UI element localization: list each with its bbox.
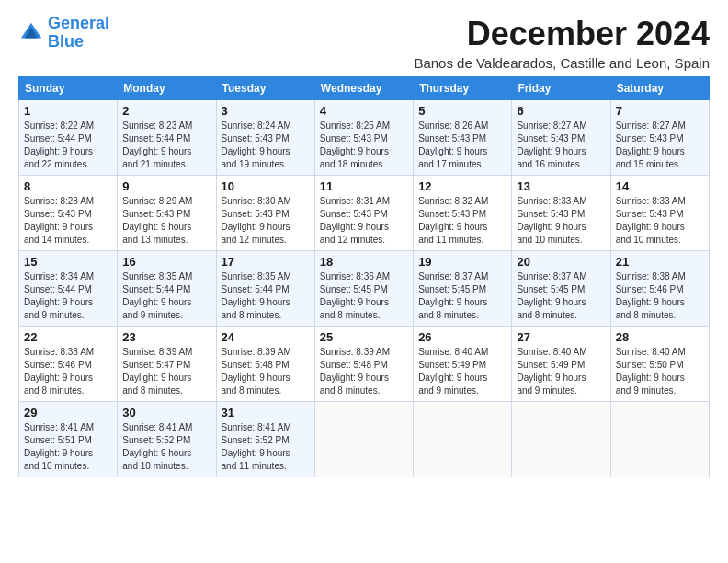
week-row-5: 29Sunrise: 8:41 AMSunset: 5:51 PMDayligh… bbox=[19, 402, 710, 477]
day-info: Sunrise: 8:41 AMSunset: 5:52 PMDaylight:… bbox=[222, 421, 310, 473]
table-row: 24Sunrise: 8:39 AMSunset: 5:48 PMDayligh… bbox=[216, 327, 314, 402]
day-info: Sunrise: 8:24 AMSunset: 5:43 PMDaylight:… bbox=[222, 120, 310, 171]
table-row: 17Sunrise: 8:35 AMSunset: 5:44 PMDayligh… bbox=[216, 251, 314, 327]
day-info: Sunrise: 8:26 AMSunset: 5:43 PMDaylight:… bbox=[418, 120, 506, 171]
table-row: 9Sunrise: 8:29 AMSunset: 5:43 PMDaylight… bbox=[118, 176, 216, 251]
logo: General Blue bbox=[18, 15, 109, 52]
day-info: Sunrise: 8:28 AMSunset: 5:43 PMDaylight:… bbox=[24, 195, 112, 247]
day-info: Sunrise: 8:41 AMSunset: 5:51 PMDaylight:… bbox=[24, 421, 112, 473]
table-row: 20Sunrise: 8:37 AMSunset: 5:45 PMDayligh… bbox=[512, 251, 610, 327]
day-number: 15 bbox=[24, 255, 112, 269]
page: General Blue December 2024 Banos de Vald… bbox=[0, 0, 728, 487]
header-sunday: Sunday bbox=[19, 77, 118, 100]
day-info: Sunrise: 8:39 AMSunset: 5:47 PMDaylight:… bbox=[122, 346, 210, 397]
subtitle: Banos de Valdearados, Castille and Leon,… bbox=[414, 55, 710, 71]
day-info: Sunrise: 8:39 AMSunset: 5:48 PMDaylight:… bbox=[222, 346, 310, 397]
day-number: 19 bbox=[418, 255, 506, 269]
day-info: Sunrise: 8:37 AMSunset: 5:45 PMDaylight:… bbox=[418, 270, 506, 322]
table-row: 8Sunrise: 8:28 AMSunset: 5:43 PMDaylight… bbox=[19, 176, 118, 251]
day-info: Sunrise: 8:29 AMSunset: 5:43 PMDaylight:… bbox=[122, 195, 210, 247]
week-row-4: 22Sunrise: 8:38 AMSunset: 5:46 PMDayligh… bbox=[19, 327, 710, 402]
header-wednesday: Wednesday bbox=[314, 77, 413, 100]
header: General Blue December 2024 Banos de Vald… bbox=[18, 15, 710, 71]
table-row: 15Sunrise: 8:34 AMSunset: 5:44 PMDayligh… bbox=[19, 251, 118, 327]
week-row-2: 8Sunrise: 8:28 AMSunset: 5:43 PMDaylight… bbox=[19, 176, 710, 251]
table-row: 14Sunrise: 8:33 AMSunset: 5:43 PMDayligh… bbox=[610, 176, 709, 251]
table-row: 4Sunrise: 8:25 AMSunset: 5:43 PMDaylight… bbox=[314, 100, 413, 176]
day-number: 27 bbox=[517, 330, 605, 344]
header-saturday: Saturday bbox=[610, 77, 709, 100]
day-number: 11 bbox=[320, 179, 408, 193]
day-number: 10 bbox=[222, 179, 310, 193]
table-row: 1Sunrise: 8:22 AMSunset: 5:44 PMDaylight… bbox=[19, 100, 118, 176]
table-row: 27Sunrise: 8:40 AMSunset: 5:49 PMDayligh… bbox=[512, 327, 610, 402]
day-number: 22 bbox=[24, 330, 112, 344]
table-row: 23Sunrise: 8:39 AMSunset: 5:47 PMDayligh… bbox=[118, 327, 216, 402]
table-row bbox=[314, 402, 413, 477]
day-info: Sunrise: 8:38 AMSunset: 5:46 PMDaylight:… bbox=[24, 346, 112, 397]
day-info: Sunrise: 8:33 AMSunset: 5:43 PMDaylight:… bbox=[616, 195, 704, 247]
table-row: 10Sunrise: 8:30 AMSunset: 5:43 PMDayligh… bbox=[216, 176, 314, 251]
day-number: 12 bbox=[418, 179, 506, 193]
week-row-1: 1Sunrise: 8:22 AMSunset: 5:44 PMDaylight… bbox=[19, 100, 710, 176]
day-info: Sunrise: 8:34 AMSunset: 5:44 PMDaylight:… bbox=[24, 270, 112, 322]
table-row bbox=[414, 402, 512, 477]
day-info: Sunrise: 8:40 AMSunset: 5:49 PMDaylight:… bbox=[418, 346, 506, 397]
day-info: Sunrise: 8:36 AMSunset: 5:45 PMDaylight:… bbox=[320, 270, 408, 322]
day-info: Sunrise: 8:40 AMSunset: 5:50 PMDaylight:… bbox=[616, 346, 704, 397]
day-number: 9 bbox=[122, 179, 210, 193]
day-number: 18 bbox=[320, 255, 408, 269]
table-row: 26Sunrise: 8:40 AMSunset: 5:49 PMDayligh… bbox=[414, 327, 512, 402]
day-info: Sunrise: 8:35 AMSunset: 5:44 PMDaylight:… bbox=[122, 270, 210, 322]
table-row bbox=[512, 402, 610, 477]
day-info: Sunrise: 8:37 AMSunset: 5:45 PMDaylight:… bbox=[517, 270, 605, 322]
day-info: Sunrise: 8:25 AMSunset: 5:43 PMDaylight:… bbox=[320, 120, 408, 171]
logo-icon bbox=[18, 20, 44, 46]
week-row-3: 15Sunrise: 8:34 AMSunset: 5:44 PMDayligh… bbox=[19, 251, 710, 327]
day-info: Sunrise: 8:38 AMSunset: 5:46 PMDaylight:… bbox=[616, 270, 704, 322]
table-row bbox=[610, 402, 709, 477]
logo-text: General Blue bbox=[48, 15, 109, 52]
day-number: 7 bbox=[616, 104, 704, 118]
day-info: Sunrise: 8:33 AMSunset: 5:43 PMDaylight:… bbox=[517, 195, 605, 247]
header-monday: Monday bbox=[118, 77, 216, 100]
day-number: 1 bbox=[24, 104, 112, 118]
table-row: 5Sunrise: 8:26 AMSunset: 5:43 PMDaylight… bbox=[414, 100, 512, 176]
day-number: 2 bbox=[122, 104, 210, 118]
day-number: 5 bbox=[418, 104, 506, 118]
table-row: 6Sunrise: 8:27 AMSunset: 5:43 PMDaylight… bbox=[512, 100, 610, 176]
day-number: 30 bbox=[122, 406, 210, 419]
day-number: 31 bbox=[222, 406, 310, 419]
table-row: 2Sunrise: 8:23 AMSunset: 5:44 PMDaylight… bbox=[118, 100, 216, 176]
day-number: 6 bbox=[517, 104, 605, 118]
table-row: 7Sunrise: 8:27 AMSunset: 5:43 PMDaylight… bbox=[610, 100, 709, 176]
table-row: 31Sunrise: 8:41 AMSunset: 5:52 PMDayligh… bbox=[216, 402, 314, 477]
table-row: 12Sunrise: 8:32 AMSunset: 5:43 PMDayligh… bbox=[414, 176, 512, 251]
day-number: 24 bbox=[222, 330, 310, 344]
day-number: 26 bbox=[418, 330, 506, 344]
table-row: 29Sunrise: 8:41 AMSunset: 5:51 PMDayligh… bbox=[19, 402, 118, 477]
table-row: 28Sunrise: 8:40 AMSunset: 5:50 PMDayligh… bbox=[610, 327, 709, 402]
header-thursday: Thursday bbox=[414, 77, 512, 100]
day-info: Sunrise: 8:39 AMSunset: 5:48 PMDaylight:… bbox=[320, 346, 408, 397]
day-number: 4 bbox=[320, 104, 408, 118]
day-info: Sunrise: 8:27 AMSunset: 5:43 PMDaylight:… bbox=[616, 120, 704, 171]
day-info: Sunrise: 8:41 AMSunset: 5:52 PMDaylight:… bbox=[122, 421, 210, 473]
day-number: 25 bbox=[320, 330, 408, 344]
table-row: 11Sunrise: 8:31 AMSunset: 5:43 PMDayligh… bbox=[314, 176, 413, 251]
header-friday: Friday bbox=[512, 77, 610, 100]
day-info: Sunrise: 8:22 AMSunset: 5:44 PMDaylight:… bbox=[24, 120, 112, 171]
main-title: December 2024 bbox=[414, 15, 710, 53]
day-number: 16 bbox=[122, 255, 210, 269]
table-row: 19Sunrise: 8:37 AMSunset: 5:45 PMDayligh… bbox=[414, 251, 512, 327]
day-number: 14 bbox=[616, 179, 704, 193]
day-info: Sunrise: 8:40 AMSunset: 5:49 PMDaylight:… bbox=[517, 346, 605, 397]
table-row: 22Sunrise: 8:38 AMSunset: 5:46 PMDayligh… bbox=[19, 327, 118, 402]
header-tuesday: Tuesday bbox=[216, 77, 314, 100]
day-number: 17 bbox=[222, 255, 310, 269]
day-info: Sunrise: 8:32 AMSunset: 5:43 PMDaylight:… bbox=[418, 195, 506, 247]
calendar-header-row: Sunday Monday Tuesday Wednesday Thursday… bbox=[19, 77, 710, 100]
table-row: 16Sunrise: 8:35 AMSunset: 5:44 PMDayligh… bbox=[118, 251, 216, 327]
day-number: 3 bbox=[222, 104, 310, 118]
day-info: Sunrise: 8:31 AMSunset: 5:43 PMDaylight:… bbox=[320, 195, 408, 247]
